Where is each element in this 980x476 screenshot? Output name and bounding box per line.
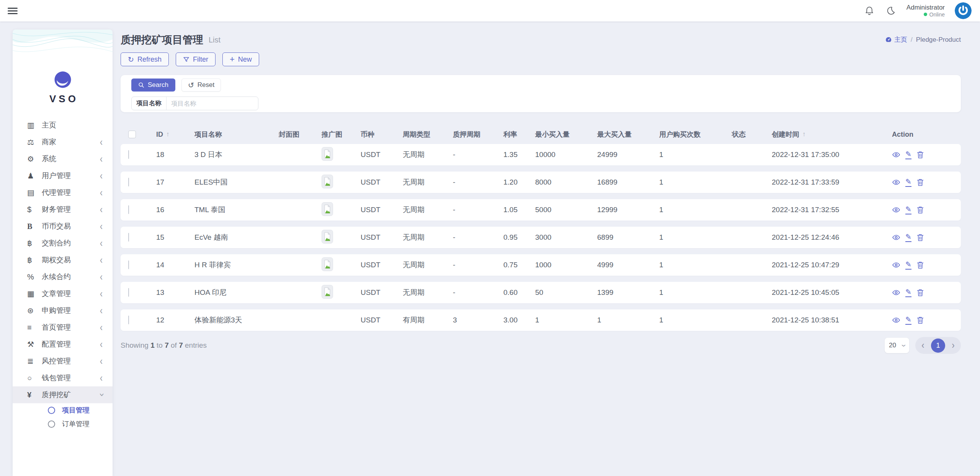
view-eye-icon[interactable] <box>892 150 900 159</box>
table-header: ID↑ 项目名称 封面图 推广图 币种 周期类型 质押周期 利率 最小买入量 最… <box>121 128 961 141</box>
delete-trash-icon[interactable] <box>916 233 924 242</box>
sidebar-item-home[interactable]: ▥ 主页 <box>13 117 113 134</box>
row-checkbox[interactable] <box>128 260 129 269</box>
search-button[interactable]: Search <box>131 79 175 92</box>
row-checkbox[interactable] <box>128 233 129 242</box>
view-eye-icon[interactable] <box>892 178 900 186</box>
sidebar-item-options-trading[interactable]: ฿ 期权交易 ‹ <box>13 252 113 268</box>
sidebar-subitem-order-management[interactable]: 订单管理 <box>13 417 113 431</box>
row-checkbox[interactable] <box>128 150 129 159</box>
delete-trash-icon[interactable] <box>916 261 924 269</box>
cell-buy-count: 1 <box>659 233 732 242</box>
cell-cycle-type: 无周期 <box>403 260 453 270</box>
cell-promo-image <box>322 147 361 163</box>
cell-promo-image <box>322 257 361 273</box>
cell-actions: ✎ <box>892 288 953 297</box>
row-checkbox[interactable] <box>128 178 129 186</box>
edit-pencil-icon[interactable]: ✎ <box>905 178 911 187</box>
cell-pledge-cycle: 3 <box>453 316 503 324</box>
cell-coin: USDT <box>361 261 403 269</box>
sidebar-item-subscription-management[interactable]: ⊛ 申购管理 ‹ <box>13 302 113 319</box>
cell-coin: USDT <box>361 178 403 186</box>
logo-text: VSO <box>13 93 113 105</box>
broken-image-icon <box>322 230 333 244</box>
delete-trash-icon[interactable] <box>916 178 924 186</box>
sidebar-item-merchant[interactable]: ⚖ 商家 ‹ <box>13 134 113 150</box>
cell-actions: ✎ <box>892 233 953 242</box>
sidebar-menu: ▥ 主页 ⚖ 商家 ‹ ⚙ 系统 ‹ ♟ 用户管理 ‹ ▤ 代理管理 ‹ <box>13 117 113 431</box>
sidebar-item-agent-management[interactable]: ▤ 代理管理 ‹ <box>13 184 113 201</box>
delete-trash-icon[interactable] <box>916 206 924 214</box>
cell-id: 14 <box>156 261 194 269</box>
sidebar-item-finance-management[interactable]: $ 财务管理 ‹ <box>13 201 113 218</box>
table-row: 17 ELES中国 USDT 无周期 - 1.20 8000 16899 1 2… <box>121 172 961 193</box>
view-eye-icon[interactable] <box>892 288 900 297</box>
delete-trash-icon[interactable] <box>916 150 924 159</box>
prev-page-button[interactable]: ‹ <box>918 339 928 351</box>
reset-button[interactable]: ↺ Reset <box>181 79 221 92</box>
sort-asc-icon[interactable]: ↑ <box>802 131 806 138</box>
view-eye-icon[interactable] <box>892 233 900 242</box>
edit-pencil-icon[interactable]: ✎ <box>905 206 911 214</box>
sidebar-subitem-project-management[interactable]: 项目管理 <box>13 403 113 417</box>
logo-swoosh-icon <box>54 71 72 88</box>
dark-mode-moon-icon[interactable] <box>885 5 897 16</box>
filter-button[interactable]: Filter <box>176 52 216 66</box>
user-info[interactable]: Administrator Online <box>906 4 945 18</box>
breadcrumb-home-link[interactable]: 主页 <box>885 35 907 44</box>
table-row: 14 H R 菲律宾 USDT 无周期 - 0.75 1000 4999 1 2… <box>121 254 961 276</box>
row-checkbox[interactable] <box>128 288 129 297</box>
sidebar-item-system[interactable]: ⚙ 系统 ‹ <box>13 150 113 167</box>
cell-coin: USDT <box>361 206 403 214</box>
edit-pencil-icon[interactable]: ✎ <box>905 150 911 159</box>
cell-rate: 1.20 <box>503 178 535 186</box>
sidebar-item-spot-trading[interactable]: B 币币交易 ‹ <box>13 218 113 235</box>
sidebar-item-risk-management[interactable]: ≣ 风控管理 ‹ <box>13 353 113 370</box>
sidebar-item-perpetual-contract[interactable]: % 永续合约 ‹ <box>13 268 113 285</box>
sidebar-item-homepage-management[interactable]: ≡ 首页管理 ‹ <box>13 319 113 336</box>
cell-actions: ✎ <box>892 261 953 270</box>
cell-pledge-cycle: - <box>453 288 503 297</box>
cell-max-buy: 1399 <box>597 288 659 297</box>
cell-buy-count: 1 <box>659 288 732 297</box>
sort-asc-icon[interactable]: ↑ <box>166 131 170 138</box>
cell-created-time: 2022-12-31 17:35:00 <box>772 150 892 159</box>
row-checkbox[interactable] <box>128 316 129 324</box>
edit-pencil-icon[interactable]: ✎ <box>905 233 911 242</box>
delete-trash-icon[interactable] <box>916 288 924 297</box>
cell-min-buy: 8000 <box>535 178 597 186</box>
sidebar-item-delivery-contract[interactable]: ฿ 交割合约 ‹ <box>13 235 113 252</box>
avatar[interactable] <box>955 2 972 19</box>
project-name-input[interactable] <box>167 100 258 107</box>
edit-pencil-icon[interactable]: ✎ <box>905 261 911 270</box>
cell-created-time: 2021-12-25 10:38:51 <box>772 316 892 324</box>
delete-trash-icon[interactable] <box>916 316 924 324</box>
select-all-checkbox[interactable] <box>128 131 136 138</box>
view-eye-icon[interactable] <box>892 261 900 269</box>
search-panel: Search ↺ Reset 项目名称 <box>121 75 961 112</box>
sidebar-item-pledge-mining[interactable]: ¥ 质押挖矿 ‹ <box>13 386 113 403</box>
brand-logo[interactable]: VSO <box>13 71 113 105</box>
edit-pencil-icon[interactable]: ✎ <box>905 316 911 325</box>
table-footer: Showing 1 to 7 of 7 entries 20 › ‹ 1 › <box>121 337 961 354</box>
page-number-current[interactable]: 1 <box>931 339 945 353</box>
next-page-button[interactable]: › <box>948 339 958 351</box>
sidebar-item-wallet-management[interactable]: ○ 钱包管理 ‹ <box>13 370 113 386</box>
cell-id: 15 <box>156 233 194 242</box>
sidebar-item-user-management[interactable]: ♟ 用户管理 ‹ <box>13 167 113 184</box>
cell-cycle-type: 无周期 <box>403 205 453 215</box>
sidebar-item-article-management[interactable]: ▦ 文章管理 ‹ <box>13 285 113 302</box>
edit-pencil-icon[interactable]: ✎ <box>905 288 911 297</box>
screen: Administrator Online <box>0 0 980 476</box>
hamburger-menu-icon[interactable] <box>8 6 18 16</box>
sidebar-item-config-management[interactable]: ⚒ 配置管理 ‹ <box>13 336 113 353</box>
view-eye-icon[interactable] <box>892 206 900 214</box>
refresh-button[interactable]: ↻ Refresh <box>121 52 169 66</box>
notification-bell-icon[interactable] <box>864 5 875 16</box>
new-button[interactable]: + New <box>222 52 259 66</box>
view-eye-icon[interactable] <box>892 316 900 324</box>
config-wrench-icon: ⚒ <box>27 340 38 349</box>
online-status-dot <box>924 13 927 16</box>
page-size-select[interactable]: 20 › <box>885 338 909 353</box>
row-checkbox[interactable] <box>128 205 129 214</box>
